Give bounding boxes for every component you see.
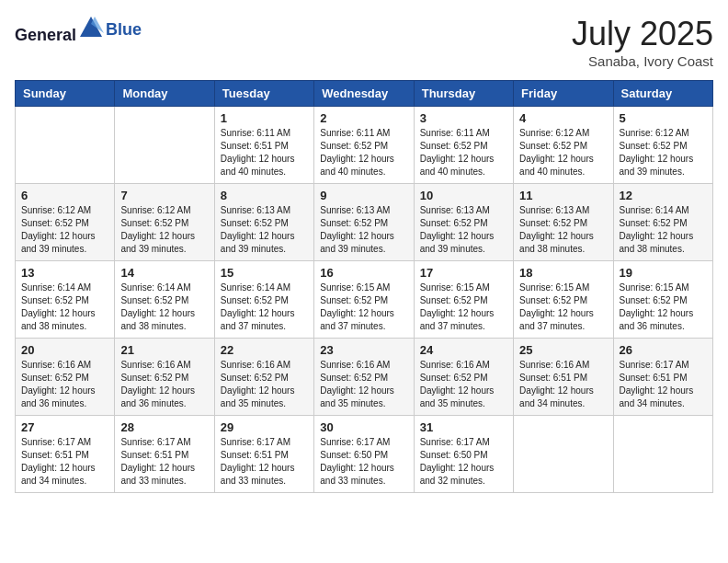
day-info: Sunrise: 6:12 AM Sunset: 6:52 PM Dayligh… [620, 127, 707, 178]
day-info: Sunrise: 6:13 AM Sunset: 6:52 PM Dayligh… [320, 204, 407, 256]
day-number: 11 [519, 189, 607, 202]
day-info: Sunrise: 6:17 AM Sunset: 6:50 PM Dayligh… [320, 436, 407, 488]
day-info: Sunrise: 6:13 AM Sunset: 6:52 PM Dayligh… [221, 204, 308, 256]
calendar-cell: 24Sunrise: 6:16 AM Sunset: 6:52 PM Dayli… [414, 339, 513, 416]
day-info: Sunrise: 6:16 AM Sunset: 6:51 PM Dayligh… [519, 359, 607, 410]
calendar-cell: 20Sunrise: 6:16 AM Sunset: 6:52 PM Dayli… [16, 339, 115, 416]
day-number: 1 [221, 111, 308, 125]
day-number: 12 [620, 189, 707, 202]
calendar-cell: 22Sunrise: 6:16 AM Sunset: 6:52 PM Dayli… [214, 339, 313, 416]
day-info: Sunrise: 6:16 AM Sunset: 6:52 PM Dayligh… [320, 359, 407, 410]
calendar-cell: 21Sunrise: 6:16 AM Sunset: 6:52 PM Dayli… [115, 339, 214, 416]
day-number: 28 [120, 420, 208, 434]
calendar-cell: 11Sunrise: 6:13 AM Sunset: 6:52 PM Dayli… [514, 184, 613, 261]
day-info: Sunrise: 6:16 AM Sunset: 6:52 PM Dayligh… [420, 359, 507, 410]
day-info: Sunrise: 6:14 AM Sunset: 6:52 PM Dayligh… [21, 282, 108, 333]
day-info: Sunrise: 6:17 AM Sunset: 6:50 PM Dayligh… [420, 436, 507, 488]
day-number: 4 [519, 111, 607, 125]
calendar-cell: 27Sunrise: 6:17 AM Sunset: 6:51 PM Dayli… [16, 416, 115, 493]
day-number: 24 [420, 343, 507, 357]
day-info: Sunrise: 6:15 AM Sunset: 6:52 PM Dayligh… [519, 282, 607, 333]
calendar-cell: 5Sunrise: 6:12 AM Sunset: 6:52 PM Daylig… [613, 107, 712, 184]
calendar-week-row: 6Sunrise: 6:12 AM Sunset: 6:52 PM Daylig… [16, 184, 713, 261]
day-number: 22 [221, 343, 308, 357]
day-number: 18 [519, 266, 607, 280]
logo: General Blue [15, 15, 142, 45]
location: Sanaba, Ivory Coast [572, 53, 713, 69]
day-number: 15 [221, 266, 308, 280]
day-number: 3 [420, 111, 507, 125]
day-number: 25 [519, 343, 607, 357]
calendar-cell: 14Sunrise: 6:14 AM Sunset: 6:52 PM Dayli… [115, 261, 214, 339]
calendar-week-row: 1Sunrise: 6:11 AM Sunset: 6:51 PM Daylig… [16, 107, 713, 184]
calendar-cell: 15Sunrise: 6:14 AM Sunset: 6:52 PM Dayli… [214, 261, 313, 339]
day-info: Sunrise: 6:14 AM Sunset: 6:52 PM Dayligh… [120, 282, 208, 333]
calendar-cell: 29Sunrise: 6:17 AM Sunset: 6:51 PM Dayli… [214, 416, 313, 493]
weekday-header-thursday: Thursday [414, 81, 513, 107]
calendar-table: SundayMondayTuesdayWednesdayThursdayFrid… [15, 80, 713, 493]
day-info: Sunrise: 6:11 AM Sunset: 6:52 PM Dayligh… [420, 127, 507, 178]
calendar-cell: 2Sunrise: 6:11 AM Sunset: 6:52 PM Daylig… [314, 107, 414, 184]
day-number: 2 [320, 111, 407, 125]
day-number: 26 [620, 343, 707, 357]
day-number: 19 [620, 266, 707, 280]
calendar-cell: 30Sunrise: 6:17 AM Sunset: 6:50 PM Dayli… [314, 416, 414, 493]
calendar-cell: 19Sunrise: 6:15 AM Sunset: 6:52 PM Dayli… [613, 261, 712, 339]
calendar-cell: 31Sunrise: 6:17 AM Sunset: 6:50 PM Dayli… [414, 416, 513, 493]
day-number: 7 [120, 189, 208, 202]
calendar-cell: 23Sunrise: 6:16 AM Sunset: 6:52 PM Dayli… [314, 339, 414, 416]
calendar-week-row: 13Sunrise: 6:14 AM Sunset: 6:52 PM Dayli… [16, 261, 713, 339]
page-header: General Blue July 2025 Sanaba, Ivory Coa… [15, 15, 713, 69]
day-info: Sunrise: 6:15 AM Sunset: 6:52 PM Dayligh… [320, 282, 407, 333]
day-number: 10 [420, 189, 507, 202]
weekday-header-row: SundayMondayTuesdayWednesdayThursdayFrid… [16, 81, 713, 107]
day-number: 8 [221, 189, 308, 202]
calendar-cell: 8Sunrise: 6:13 AM Sunset: 6:52 PM Daylig… [214, 184, 313, 261]
day-info: Sunrise: 6:14 AM Sunset: 6:52 PM Dayligh… [620, 204, 707, 256]
day-info: Sunrise: 6:15 AM Sunset: 6:52 PM Dayligh… [620, 282, 707, 333]
day-info: Sunrise: 6:13 AM Sunset: 6:52 PM Dayligh… [519, 204, 607, 256]
calendar-cell: 9Sunrise: 6:13 AM Sunset: 6:52 PM Daylig… [314, 184, 414, 261]
calendar-cell: 25Sunrise: 6:16 AM Sunset: 6:51 PM Dayli… [514, 339, 613, 416]
day-number: 30 [320, 420, 407, 434]
weekday-header-tuesday: Tuesday [214, 81, 313, 107]
calendar-cell [115, 107, 214, 184]
calendar-cell [613, 416, 712, 493]
day-info: Sunrise: 6:15 AM Sunset: 6:52 PM Dayligh… [420, 282, 507, 333]
calendar-cell: 12Sunrise: 6:14 AM Sunset: 6:52 PM Dayli… [613, 184, 712, 261]
calendar-week-row: 20Sunrise: 6:16 AM Sunset: 6:52 PM Dayli… [16, 339, 713, 416]
day-number: 20 [21, 343, 108, 357]
day-info: Sunrise: 6:12 AM Sunset: 6:52 PM Dayligh… [21, 204, 108, 256]
day-number: 17 [420, 266, 507, 280]
day-number: 21 [120, 343, 208, 357]
day-number: 23 [320, 343, 407, 357]
calendar-cell: 28Sunrise: 6:17 AM Sunset: 6:51 PM Dayli… [115, 416, 214, 493]
calendar-cell [16, 107, 115, 184]
day-info: Sunrise: 6:17 AM Sunset: 6:51 PM Dayligh… [21, 436, 108, 488]
day-info: Sunrise: 6:17 AM Sunset: 6:51 PM Dayligh… [620, 359, 707, 410]
calendar-cell: 10Sunrise: 6:13 AM Sunset: 6:52 PM Dayli… [414, 184, 513, 261]
day-info: Sunrise: 6:11 AM Sunset: 6:52 PM Dayligh… [320, 127, 407, 178]
calendar-cell: 16Sunrise: 6:15 AM Sunset: 6:52 PM Dayli… [314, 261, 414, 339]
weekday-header-friday: Friday [514, 81, 613, 107]
day-number: 16 [320, 266, 407, 280]
day-number: 6 [21, 189, 108, 202]
day-info: Sunrise: 6:14 AM Sunset: 6:52 PM Dayligh… [221, 282, 308, 333]
calendar-cell: 3Sunrise: 6:11 AM Sunset: 6:52 PM Daylig… [414, 107, 513, 184]
day-info: Sunrise: 6:17 AM Sunset: 6:51 PM Dayligh… [120, 436, 208, 488]
month-year: July 2025 [572, 15, 713, 53]
logo-blue: Blue [106, 20, 142, 40]
day-info: Sunrise: 6:17 AM Sunset: 6:51 PM Dayligh… [221, 436, 308, 488]
calendar-cell: 13Sunrise: 6:14 AM Sunset: 6:52 PM Dayli… [16, 261, 115, 339]
calendar-cell [514, 416, 613, 493]
day-info: Sunrise: 6:13 AM Sunset: 6:52 PM Dayligh… [420, 204, 507, 256]
calendar-cell: 4Sunrise: 6:12 AM Sunset: 6:52 PM Daylig… [514, 107, 613, 184]
day-info: Sunrise: 6:12 AM Sunset: 6:52 PM Dayligh… [120, 204, 208, 256]
weekday-header-monday: Monday [115, 81, 214, 107]
title-block: July 2025 Sanaba, Ivory Coast [572, 15, 713, 69]
day-number: 9 [320, 189, 407, 202]
day-number: 14 [120, 266, 208, 280]
weekday-header-saturday: Saturday [613, 81, 712, 107]
calendar-cell: 26Sunrise: 6:17 AM Sunset: 6:51 PM Dayli… [613, 339, 712, 416]
day-number: 27 [21, 420, 108, 434]
